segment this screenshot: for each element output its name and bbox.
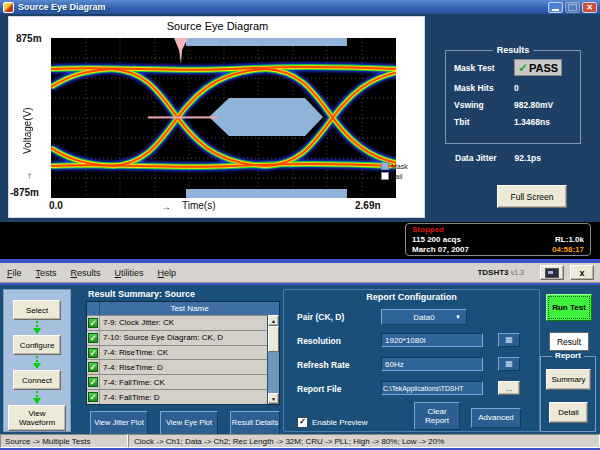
mask-legend-label: Mask [391, 163, 408, 170]
pass-check-icon: ✓ [88, 362, 98, 372]
eye-diagram [51, 38, 396, 198]
report-file-label: Report File [297, 384, 341, 394]
table-row[interactable]: ✓ 7-4: FallTime: D [87, 389, 267, 404]
data-jitter-value: 92.1ps [515, 153, 541, 163]
app-icon [3, 2, 14, 13]
result-details-button[interactable]: Result Details [230, 411, 280, 435]
chevron-down-icon: ▼ [455, 314, 461, 320]
mask-test-row: Mask Test ✓ PASS [454, 59, 576, 76]
eye-diagram-window: Source Eye Diagram [8, 16, 425, 218]
mask-test-label: Mask Test [454, 63, 514, 73]
hide-app-icon [545, 268, 559, 278]
cursor-hline [148, 116, 218, 118]
table-row[interactable]: ✓ 7-4: RiseTime: CK [87, 345, 267, 360]
menu-bar: File Tests Results Utilities Help TDSHT3… [0, 263, 600, 283]
time-label: 04:58:17 [552, 245, 584, 255]
enable-preview-control: ✓ Enable Preview [297, 417, 368, 428]
resolution-input[interactable]: 1920*1080i [381, 333, 483, 347]
tbit-value: 1.3468ns [514, 117, 550, 127]
minimize-icon [552, 9, 559, 11]
workflow-sidebar: Select Configure Connect View Waveform [3, 289, 71, 432]
menu-help[interactable]: Help [151, 268, 184, 278]
test-results-table: Test Name ✓ 7-9: Clock Jitter: CK ✓ 7-10… [86, 301, 280, 405]
acquisition-count: 115 200 acqs [412, 235, 461, 245]
detail-button[interactable]: Detail [549, 402, 588, 423]
test-name: 7-10: Source Eye Diagram: CK, D [100, 331, 267, 345]
minimize-button[interactable] [548, 2, 563, 13]
vswing-value: 982.80mV [514, 100, 553, 110]
pair-value: Data0 [413, 313, 434, 322]
fail-legend-swatch [381, 172, 389, 180]
menu-file[interactable]: File [0, 268, 29, 278]
data-jitter-label: Data Jitter [455, 153, 497, 163]
configure-button[interactable]: Configure [13, 335, 61, 355]
full-screen-button[interactable]: Full Screen [497, 185, 567, 208]
report-file-input[interactable]: C:\TekApplications\TDSHT [381, 381, 483, 395]
workflow-arrow-icon [32, 391, 42, 404]
refresh-keypad-button[interactable]: ▦ [498, 357, 520, 371]
app-version: v1.3 [511, 269, 524, 276]
clear-report-button[interactable]: Clear Report [414, 402, 460, 430]
x-axis-label: Time(s) [182, 200, 216, 211]
y-axis-top-tick: 875m [16, 33, 42, 44]
test-name: 7-4: FallTime: CK [100, 375, 267, 389]
close-icon: ✕ [586, 4, 593, 12]
workflow-arrow-icon [32, 356, 42, 369]
x-axis-left-tick: 0.0 [49, 200, 63, 211]
application-window: Source Eye Diagram ✕ Source Eye Diagram [0, 0, 600, 450]
close-button[interactable]: ✕ [582, 2, 597, 13]
window-title: Source Eye Diagram [18, 2, 106, 12]
table-row[interactable]: ✓ 7-10: Source Eye Diagram: CK, D [87, 330, 267, 345]
menu-results[interactable]: Results [64, 268, 108, 278]
advanced-button[interactable]: Advanced [471, 408, 521, 428]
browse-file-button[interactable]: ... [498, 381, 520, 395]
enable-preview-checkbox[interactable]: ✓ [297, 417, 308, 428]
resolution-keypad-button[interactable]: ▦ [498, 333, 520, 347]
mask-hits-row: Mask Hits 0 [454, 83, 576, 93]
pass-check-icon: ✓ [88, 318, 98, 328]
report-group: Report Summary Detail [540, 356, 596, 432]
pass-value: PASS [529, 62, 558, 74]
tbit-label: Tbit [454, 117, 514, 127]
table-row[interactable]: ✓ 7-4: FallTime: CK [87, 374, 267, 389]
refresh-rate-input[interactable]: 60Hz [381, 357, 483, 371]
x-axis-arrow-icon: → [161, 201, 171, 212]
results-group: Results Mask Test ✓ PASS Mask Hits 0 Vsw… [445, 50, 581, 144]
status-bar: Source -> Multiple Tests Clock -> Ch1; D… [0, 434, 600, 448]
status-badge: ✓ PASS [514, 59, 562, 76]
status-column-header [87, 302, 100, 315]
table-row[interactable]: ✓ 7-9: Clock Jitter: CK [87, 315, 267, 330]
table-row[interactable]: ✓ 7-4: RiseTime: D [87, 359, 267, 374]
hide-app-button[interactable] [540, 265, 564, 280]
connect-button[interactable]: Connect [13, 370, 61, 390]
tbit-row: Tbit 1.3468ns [454, 117, 576, 127]
menu-tests[interactable]: Tests [29, 268, 64, 278]
maximize-button[interactable] [565, 2, 580, 13]
report-group-title: Report [552, 351, 584, 360]
view-jitter-plot-button[interactable]: View Jitter Plot [90, 411, 148, 435]
scrollbar-track[interactable] [268, 352, 279, 393]
mask-legend-swatch [381, 162, 389, 170]
pair-dropdown[interactable]: Data0 ▼ [381, 309, 467, 325]
select-button[interactable]: Select [13, 300, 61, 320]
run-test-button[interactable]: Run Test [546, 294, 592, 321]
summary-button[interactable]: Summary [546, 369, 591, 390]
scrollbar[interactable]: ▲ ▼ [267, 315, 279, 404]
app-close-button[interactable]: x [570, 265, 594, 280]
acquisition-state: Stopped [412, 225, 444, 235]
fail-legend-label: Fail [391, 173, 402, 180]
menu-utilities[interactable]: Utilities [108, 268, 151, 278]
mask-hits-label: Mask Hits [454, 83, 514, 93]
y-axis-label: Voltage(V) [22, 79, 35, 183]
test-name-column-header: Test Name [100, 302, 279, 315]
scroll-up-button[interactable]: ▲ [268, 315, 279, 326]
eye-plot-title: Source Eye Diagram [9, 20, 426, 32]
scrollbar-thumb[interactable] [268, 326, 279, 352]
view-waveform-button[interactable]: View Waveform [8, 405, 66, 431]
view-eye-plot-button[interactable]: View Eye Plot [160, 411, 218, 435]
test-name: 7-9: Clock Jitter: CK [100, 316, 267, 330]
pass-check-icon: ✓ [518, 62, 528, 74]
result-button[interactable]: Result [549, 332, 589, 351]
maximize-icon [568, 4, 577, 11]
scroll-down-button[interactable]: ▼ [268, 393, 279, 404]
